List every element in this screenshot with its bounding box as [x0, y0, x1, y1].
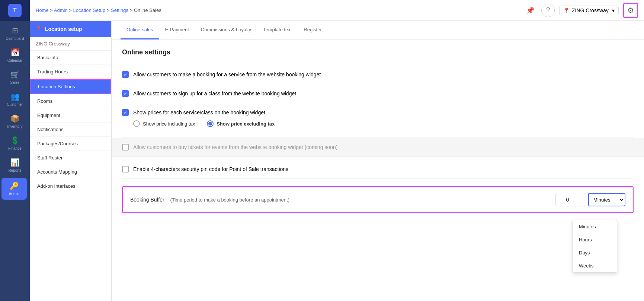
breadcrumb-sep4: > [130, 7, 134, 13]
unit-dropdown-overlay: Minutes Hours Days Weeks [573, 220, 617, 273]
radio-incl-label: Show price including tax [143, 121, 195, 127]
nav-icon-admin: 🔑 [10, 181, 19, 190]
location-pin-icon: 📍 [563, 7, 570, 13]
tabs-bar: Online salesE-PaymentCommissions & Loyal… [112, 21, 644, 39]
logo-icon: T [8, 4, 22, 17]
topbar: Home > Admin > Location Setup > Settings… [30, 0, 644, 21]
nav-item-calendar[interactable]: 📅 Calendar [0, 44, 30, 66]
booking-buffer-label: Booking Buffer [130, 197, 164, 203]
sidebar-item-notifications[interactable]: Notifications [30, 123, 111, 137]
dropdown-hours[interactable]: Hours [573, 233, 617, 246]
sidebar-item-staff-roster[interactable]: Staff Roster [30, 151, 111, 165]
nav-icon-inventory: 📦 [10, 114, 20, 123]
buffer-number-input[interactable] [555, 193, 585, 206]
nav-item-sales[interactable]: 🛒 Sales [0, 66, 30, 88]
price-radio-group: Show price including tax Show price excl… [122, 116, 275, 132]
settings-gear-button[interactable]: ⚙ [623, 3, 638, 18]
tabs-container: Online salesE-PaymentCommissions & Loyal… [121, 21, 328, 39]
radio-excl-tax[interactable]: Show price excluding tax [207, 120, 275, 127]
nav-item-dashboard[interactable]: ⊞ Dashboard [0, 22, 30, 44]
sidebar-header: 📍 Location setup [30, 21, 111, 37]
settings-content: Online settings ✓ Allow customers to mak… [112, 39, 644, 301]
dropdown-minutes[interactable]: Minutes [573, 220, 617, 233]
sidebar-item-accounts-mapping[interactable]: Accounts Mapping [30, 165, 111, 179]
sidebar-item-add-on-interfaces[interactable]: Add-on Interfaces [30, 179, 111, 193]
location-name-label: ZING Crossway [572, 7, 609, 13]
nav-item-inventory[interactable]: 📦 Inventory [0, 110, 30, 132]
left-navigation: T ⊞ Dashboard 📅 Calendar 🛒 Sales 👥 Custo… [0, 0, 30, 301]
breadcrumb: Home > Admin > Location Setup > Settings… [36, 7, 520, 13]
sidebar-header-icon: 📍 [36, 26, 42, 32]
gear-icon: ⚙ [627, 6, 634, 15]
breadcrumb-current: Online Sales [134, 7, 161, 13]
nav-label-finance: Finance [8, 146, 22, 150]
sidebar-menu: Basic infoTrading HoursLocation Settings… [30, 51, 111, 193]
tab-register[interactable]: Register [298, 21, 327, 39]
nav-label-customer: Customer [7, 102, 23, 107]
help-icon-button[interactable]: ? [541, 4, 555, 17]
tab-online-sales[interactable]: Online sales [121, 21, 159, 39]
topbar-actions: 📌 ? 📍 ZING Crossway ▾ ⚙ [523, 3, 638, 18]
nav-item-customer[interactable]: 👥 Customer [0, 88, 30, 110]
setting-row-booking-widget: ✓ Allow customers to make a booking for … [122, 65, 634, 84]
breadcrumb-settings[interactable]: Settings [111, 7, 128, 13]
sidebar-item-equipment[interactable]: Equipment [30, 108, 111, 123]
nav-label-inventory: Inventory [7, 124, 22, 129]
breadcrumb-home[interactable]: Home [36, 7, 49, 13]
radio-circle-excl [207, 120, 214, 127]
checkbox-security-pin[interactable] [122, 166, 129, 172]
tab-template-text[interactable]: Template text [257, 21, 298, 39]
radio-incl-tax[interactable]: Show price including tax [133, 120, 195, 127]
nav-icon-dashboard: ⊞ [12, 26, 18, 35]
breadcrumb-location-setup[interactable]: Location Setup [73, 7, 106, 13]
setting-row-class-signup: ✓ Allow customers to sign up for a class… [122, 84, 634, 103]
nav-label-calendar: Calendar [7, 58, 23, 63]
checkbox-class-signup[interactable]: ✓ [122, 90, 129, 97]
app-logo[interactable]: T [0, 0, 30, 21]
booking-buffer-hint: (Time period to make a booking before an… [170, 197, 289, 203]
checkbox-show-prices[interactable]: ✓ [122, 109, 129, 116]
breadcrumb-sep2: > [69, 7, 73, 13]
radio-excl-label: Show price excluding tax [217, 121, 275, 127]
sidebar-item-trading-hours[interactable]: Trading Hours [30, 65, 111, 79]
breadcrumb-sep3: > [107, 7, 111, 13]
setting-row-security-pin: Enable 4-characters security pin code fo… [122, 160, 634, 179]
sidebar-header-label: Location setup [45, 26, 82, 32]
setting-row-tickets: Allow customers to buy tickets for event… [112, 138, 644, 157]
nav-icon-sales: 🛒 [10, 70, 20, 79]
nav-item-reports[interactable]: 📊 Reports [0, 154, 30, 176]
show-prices-label: Show prices for each service/class on th… [133, 110, 265, 115]
nav-label-sales: Sales [10, 80, 19, 85]
nav-icon-finance: 💲 [10, 136, 20, 145]
buffer-unit-select[interactable]: Minutes Hours Days Weeks [588, 193, 625, 206]
checkbox-tickets[interactable] [122, 144, 129, 150]
sidebar-item-basic-info[interactable]: Basic info [30, 51, 111, 65]
nav-label-reports: Reports [8, 168, 21, 172]
breadcrumb-admin[interactable]: Admin [54, 7, 68, 13]
check-icon-2: ✓ [124, 91, 127, 96]
tickets-label: Allow customers to buy tickets for event… [133, 144, 337, 150]
booking-buffer-section: Booking Buffer (Time period to make a bo… [122, 186, 634, 213]
setting-row-show-prices: ✓ Show prices for each service/class on … [122, 103, 634, 138]
nav-icon-calendar: 📅 [10, 48, 20, 57]
sidebar-item-packages-courses[interactable]: Packages/Courses [30, 137, 111, 151]
content-area: 📍 Location setup ZING Crossway Basic inf… [30, 21, 644, 301]
nav-icon-customer: 👥 [10, 92, 20, 101]
breadcrumb-sep1: > [50, 7, 54, 13]
tab-e-payment[interactable]: E-Payment [159, 21, 195, 39]
sidebar-item-rooms[interactable]: Rooms [30, 94, 111, 108]
dropdown-weeks[interactable]: Weeks [573, 259, 617, 272]
settings-title: Online settings [122, 48, 634, 56]
secondary-sidebar: 📍 Location setup ZING Crossway Basic inf… [30, 21, 112, 301]
pin-icon-button[interactable]: 📌 [523, 4, 537, 17]
nav-item-finance[interactable]: 💲 Finance [0, 132, 30, 154]
check-icon: ✓ [124, 72, 127, 77]
tab-commissions---loyalty[interactable]: Commissions & Loyalty [195, 21, 257, 39]
sidebar-item-location-settings[interactable]: Location Settings [30, 79, 111, 94]
nav-item-admin[interactable]: 🔑 Admin [1, 178, 27, 200]
nav-icon-reports: 📊 [10, 158, 20, 167]
radio-circle-incl [133, 120, 140, 127]
checkbox-booking-widget[interactable]: ✓ [122, 71, 129, 78]
location-selector[interactable]: 📍 ZING Crossway ▾ [559, 6, 619, 15]
dropdown-days[interactable]: Days [573, 246, 617, 259]
